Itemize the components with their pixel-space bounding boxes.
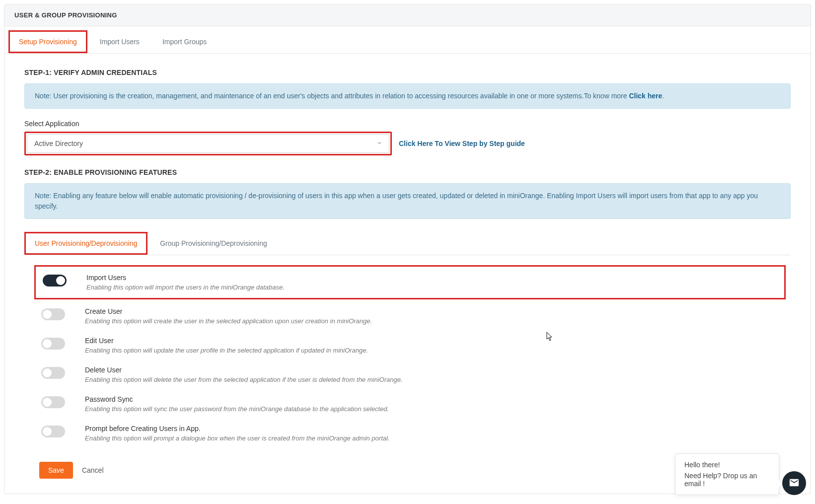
select-application[interactable]: Active Directory [27, 134, 389, 153]
feature-toggle[interactable] [41, 367, 65, 379]
feature-description: Enabling this option will sync the user … [85, 405, 389, 413]
help-prompt: Need Help? Drop us an email ! [684, 472, 770, 488]
panel-title: USER & GROUP PROVISIONING [4, 4, 811, 26]
step2-title: STEP-2: ENABLE PROVISIONING FEATURES [24, 168, 791, 176]
mail-icon [789, 477, 800, 490]
feature-description: Enabling this option will create the use… [85, 317, 372, 325]
step1-title: STEP-1: VERIFY ADMIN CREDENTIALS [24, 69, 791, 76]
step1-note-link[interactable]: Click here [629, 92, 662, 100]
feature-toggle[interactable] [43, 275, 67, 287]
provisioning-type-tabs: User Provisioning/Deprovisioning Group P… [24, 232, 791, 255]
cancel-button[interactable]: Cancel [82, 466, 104, 474]
step1-note-text: Note: User provisioning is the creation,… [35, 92, 629, 100]
help-fab-button[interactable] [782, 471, 806, 495]
feature-description: Enabling this option will prompt a dialo… [85, 434, 390, 442]
feature-row: Delete UserEnabling this option will del… [39, 360, 786, 389]
main-tab-bar: Setup Provisioning Import Users Import G… [4, 30, 811, 54]
feature-description: Enabling this option will delete the use… [85, 376, 403, 383]
tab-user-provisioning[interactable]: User Provisioning/Deprovisioning [24, 232, 148, 255]
feature-title: Prompt before Creating Users in App. [85, 425, 390, 432]
feature-row: Prompt before Creating Users in App.Enab… [39, 419, 786, 448]
feature-text: Prompt before Creating Users in App.Enab… [85, 425, 390, 442]
tab-setup-provisioning[interactable]: Setup Provisioning [8, 30, 87, 53]
select-application-wrap: Active Directory [24, 132, 392, 155]
panel-content: STEP-1: VERIFY ADMIN CREDENTIALS Note: U… [4, 54, 811, 494]
feature-row: Import UsersEnabling this option will im… [34, 265, 786, 299]
help-greeting: Hello there! [684, 461, 770, 469]
feature-title: Delete User [85, 366, 403, 374]
feature-toggle[interactable] [41, 338, 65, 350]
help-popover: Hello there! Need Help? Drop us an email… [675, 453, 779, 495]
tab-import-groups[interactable]: Import Groups [152, 30, 217, 53]
feature-description: Enabling this option will import the use… [86, 284, 285, 291]
feature-title: Import Users [86, 274, 285, 282]
save-button[interactable]: Save [39, 462, 73, 479]
tab-import-users[interactable]: Import Users [89, 30, 150, 53]
feature-list: Import UsersEnabling this option will im… [24, 255, 791, 453]
feature-text: Password SyncEnabling this option will s… [85, 395, 389, 413]
step-by-step-guide-link[interactable]: Click Here To View Step by Step guide [399, 140, 525, 147]
feature-row: Edit UserEnabling this option will updat… [39, 331, 786, 360]
feature-text: Delete UserEnabling this option will del… [85, 366, 403, 383]
feature-text: Create UserEnabling this option will cre… [85, 307, 372, 325]
feature-title: Password Sync [85, 395, 389, 403]
feature-text: Import UsersEnabling this option will im… [86, 274, 285, 291]
step2-note: Note: Enabling any feature below will en… [24, 183, 791, 219]
feature-toggle[interactable] [41, 396, 65, 408]
tab-group-provisioning[interactable]: Group Provisioning/Deprovisioning [149, 232, 278, 255]
feature-row: Create UserEnabling this option will cre… [39, 301, 786, 331]
select-application-row: Active Directory Click Here To View Step… [24, 132, 791, 155]
step1-note: Note: User provisioning is the creation,… [24, 83, 791, 109]
feature-text: Edit UserEnabling this option will updat… [85, 337, 368, 354]
provisioning-panel: USER & GROUP PROVISIONING Setup Provisio… [4, 4, 811, 494]
feature-title: Create User [85, 307, 372, 315]
step1-note-suffix: . [662, 92, 664, 100]
feature-description: Enabling this option will update the use… [85, 347, 368, 354]
select-application-label: Select Application [24, 120, 791, 128]
feature-toggle[interactable] [41, 426, 65, 437]
feature-toggle[interactable] [41, 308, 65, 320]
feature-row: Password SyncEnabling this option will s… [39, 389, 786, 419]
feature-title: Edit User [85, 337, 368, 345]
